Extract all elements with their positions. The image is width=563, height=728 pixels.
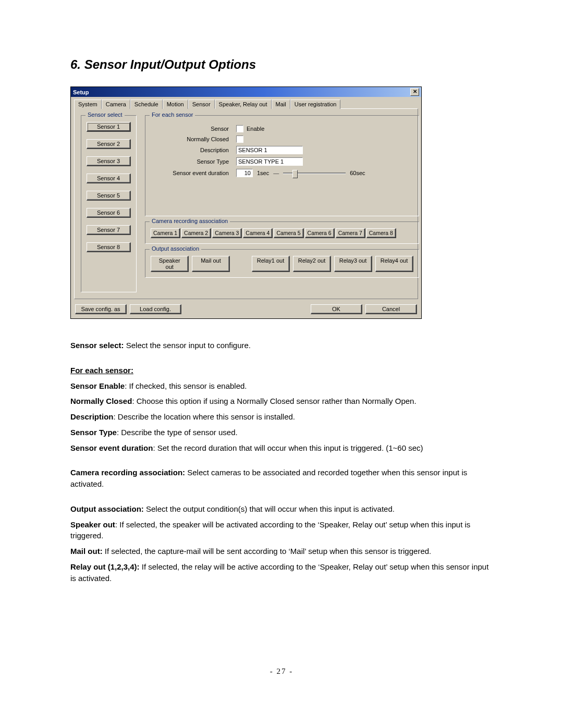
duration-min-label: 1sec	[257, 170, 269, 176]
for-each-header: For each sensor:	[70, 366, 133, 375]
sensor-3-button[interactable]: Sensor 3	[87, 156, 131, 166]
tab-schedule[interactable]: Schedule	[130, 100, 163, 109]
mail-out-desc: If selected, the capture-mail will be se…	[103, 547, 432, 556]
relay4-out-button[interactable]: Relay4 out	[375, 256, 413, 272]
duration-input[interactable]: 10	[236, 169, 253, 177]
type-term: Sensor Type	[70, 428, 117, 437]
enable-label: Enable	[247, 126, 264, 132]
description-label: Description	[151, 147, 236, 153]
sensor-2-button[interactable]: Sensor 2	[87, 139, 131, 149]
speaker-out-button[interactable]: Speaker out	[151, 256, 189, 272]
camera-assoc-term: Camera recording association:	[70, 468, 185, 477]
tab-mail[interactable]: Mail	[272, 100, 290, 109]
tab-speaker-relay[interactable]: Speaker, Relay out	[215, 100, 272, 109]
mail-out-button[interactable]: Mail out	[192, 256, 230, 272]
sensor-4-button[interactable]: Sensor 4	[87, 174, 131, 183]
camera-1-button[interactable]: Camera 1	[151, 228, 180, 238]
camera-5-button[interactable]: Camera 5	[274, 228, 303, 238]
nc-desc: : Choose this option if using a Normally…	[132, 397, 416, 405]
sensor-select-group: Sensor select Sensor 1 Sensor 2 Sensor 3…	[81, 115, 137, 292]
setup-dialog: Setup ✕ System Camera Schedule Motion Se…	[70, 87, 422, 319]
sensor-tab-panel: Sensor select Sensor 1 Sensor 2 Sensor 3…	[74, 108, 418, 299]
load-config-button[interactable]: Load config.	[130, 304, 181, 314]
type-desc: : Describe the type of sensor used.	[117, 428, 238, 437]
close-icon[interactable]: ✕	[410, 88, 419, 96]
window-title: Setup	[73, 89, 89, 95]
relay-out-term: Relay out (1,2,3,4):	[70, 562, 140, 571]
cancel-button[interactable]: Cancel	[365, 304, 417, 314]
sensor-select-legend: Sensor select	[85, 112, 125, 118]
sensor-5-button[interactable]: Sensor 5	[87, 191, 131, 201]
output-assoc-desc: Select the output condition(s) that will…	[144, 504, 395, 513]
tab-user-registration[interactable]: User registration	[290, 100, 341, 109]
dialog-bottombar: Save config. as Load config. OK Cancel	[71, 302, 421, 318]
section-heading: 6. Sensor Input/Output Options	[70, 57, 493, 72]
desc-term: Description	[70, 412, 114, 421]
sensor-select-term: Sensor select:	[70, 341, 124, 350]
camera-2-button[interactable]: Camera 2	[181, 228, 211, 238]
slider-thumb[interactable]	[292, 170, 298, 178]
camera-assoc-group: Camera recording association Camera 1 Ca…	[145, 221, 419, 244]
sensor-enable-term: Sensor Enable	[70, 381, 125, 390]
nc-checkbox[interactable]	[236, 135, 243, 143]
sensor-label: Sensor	[151, 126, 236, 132]
for-each-legend: For each sensor	[150, 112, 195, 118]
sensor-type-label: Sensor Type	[151, 158, 236, 165]
nc-label: Normally Closed	[151, 136, 236, 142]
camera-8-button[interactable]: Camera 8	[366, 228, 396, 238]
nc-term: Normally Closed	[70, 397, 132, 405]
relay2-out-button[interactable]: Relay2 out	[293, 256, 331, 272]
sensor-enable-desc: : If checked, this sensor is enabled.	[125, 381, 247, 390]
camera-assoc-legend: Camera recording association	[150, 218, 230, 224]
duration-max-label: 60sec	[350, 170, 365, 176]
sensor-7-button[interactable]: Sensor 7	[87, 225, 131, 235]
output-assoc-group: Output association Speaker out Mail out …	[145, 249, 419, 278]
relay1-out-button[interactable]: Relay1 out	[252, 256, 290, 272]
tab-sensor[interactable]: Sensor	[188, 100, 215, 109]
duration-term: Sensor event duration	[70, 443, 153, 452]
titlebar: Setup ✕	[71, 87, 421, 97]
tab-system[interactable]: System	[74, 100, 102, 109]
description-input[interactable]: SENSOR 1	[236, 146, 303, 154]
sensor-8-button[interactable]: Sensor 8	[87, 242, 131, 252]
duration-desc: : Set the record duration that will occu…	[153, 443, 423, 452]
tab-motion[interactable]: Motion	[163, 100, 188, 109]
save-config-button[interactable]: Save config. as	[75, 304, 127, 314]
tabstrip: System Camera Schedule Motion Sensor Spe…	[71, 97, 421, 108]
ok-button[interactable]: OK	[311, 304, 362, 314]
sensor-type-input[interactable]: SENSOR TYPE 1	[236, 157, 303, 166]
camera-7-button[interactable]: Camera 7	[336, 228, 365, 238]
camera-4-button[interactable]: Camera 4	[243, 228, 273, 238]
sensor-1-button[interactable]: Sensor 1	[87, 122, 131, 132]
for-each-sensor-group: For each sensor Sensor Enable Normally C…	[145, 115, 419, 216]
speaker-out-desc: : If selected, the speaker will be activ…	[70, 520, 470, 540]
duration-label: Sensor event duration	[151, 170, 236, 176]
sensor-select-desc: Select the sensor input to configure.	[124, 341, 251, 350]
description-text: Sensor select: Select the sensor input t…	[70, 340, 493, 584]
camera-3-button[interactable]: Camera 3	[212, 228, 242, 238]
output-assoc-term: Output association:	[70, 504, 144, 513]
relay3-out-button[interactable]: Relay3 out	[334, 256, 372, 272]
enable-checkbox[interactable]	[236, 125, 243, 132]
mail-out-term: Mail out:	[70, 547, 103, 556]
duration-slider[interactable]	[283, 172, 346, 174]
desc-desc: : Describe the location where this senso…	[114, 412, 296, 421]
speaker-out-term: Speaker out	[70, 520, 115, 529]
sensor-6-button[interactable]: Sensor 6	[87, 208, 131, 218]
page-number: - 27 -	[70, 667, 493, 676]
tab-camera[interactable]: Camera	[102, 100, 130, 109]
camera-6-button[interactable]: Camera 6	[305, 228, 335, 238]
output-assoc-legend: Output association	[150, 245, 201, 252]
